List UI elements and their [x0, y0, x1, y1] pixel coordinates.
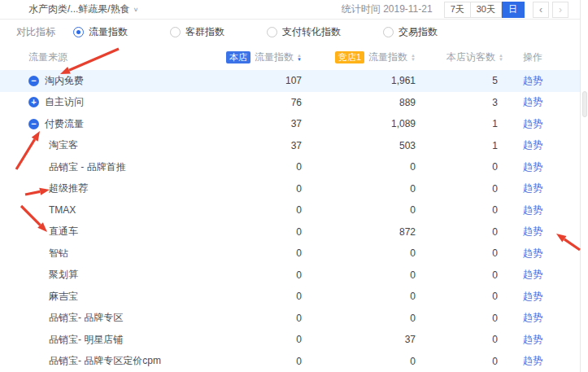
range-day-button[interactable]: 日	[502, 2, 525, 18]
traffic-source-cell: 淘宝客	[28, 138, 204, 152]
own-index-label: 流量指数	[255, 50, 294, 64]
trend-link[interactable]: 趋势	[523, 138, 542, 152]
traffic-source-name: TMAX	[49, 204, 76, 216]
competitor-index-value: 1,089	[391, 118, 416, 129]
traffic-source-name: 付费流量	[45, 117, 84, 131]
competitor-traffic-analysis-page: 水产肉类/...鲜蔬果/熟食 ∨ 统计时间 2019-11-21 7天 30天 …	[0, 0, 588, 372]
competitor-index-cell: 889	[302, 97, 416, 108]
metric-option-conversion-index[interactable]: 支付转化指数	[267, 25, 341, 39]
collapse-icon[interactable]: −	[28, 76, 39, 86]
trend-link[interactable]: 趋势	[523, 247, 542, 260]
action-cell: 趋势	[503, 311, 562, 325]
own-index-value: 0	[296, 183, 302, 195]
range-30d-button[interactable]: 30天	[471, 2, 502, 18]
range-7d-button[interactable]: 7天	[444, 2, 471, 18]
traffic-source-cell: 直通车	[28, 225, 204, 239]
compare-metric-label: 对比指标	[16, 25, 55, 39]
traffic-source-name: 淘内免费	[45, 74, 84, 88]
traffic-source-cell: TMAX	[28, 204, 204, 216]
competitor-index-cell: 872	[302, 226, 416, 238]
table-row: 品销宝- 品牌专区000趋势	[0, 308, 580, 330]
own-index-value: 37	[291, 140, 302, 151]
trend-link[interactable]: 趋势	[523, 268, 542, 282]
trend-link[interactable]: 趋势	[523, 95, 542, 109]
action-cell: 趋势	[503, 354, 562, 368]
table-row: 淘宝客375031趋势	[0, 135, 580, 157]
own-visitors-value: 0	[492, 313, 503, 324]
next-day-button[interactable]: ›	[552, 2, 568, 18]
own-visitors-value: 0	[492, 356, 503, 367]
action-cell: 趋势	[503, 138, 562, 152]
own-index-value: 76	[291, 97, 302, 108]
competitor-index-cell: 1,089	[302, 118, 416, 129]
table-row: +自主访问768893趋势	[0, 92, 580, 114]
competitor-index-value: 37	[405, 334, 416, 345]
metric-option-traffic-index[interactable]: 流量指数	[73, 25, 128, 39]
col-own-index: 本店 流量指数 ▲▼	[204, 50, 302, 64]
traffic-source-name: 品销宝- 品牌专区定价cpm	[49, 354, 161, 368]
traffic-source-name: 淘宝客	[49, 138, 78, 152]
metric-option-label: 客群指数	[185, 25, 224, 39]
own-visitors-value: 3	[492, 97, 503, 108]
own-index-cell: 0	[204, 291, 302, 302]
radio-icon	[73, 27, 84, 37]
own-visitors-cell: 0	[416, 356, 503, 367]
competitor-index-label: 流量指数	[368, 50, 407, 64]
competitor-index-cell: 0	[302, 291, 416, 302]
own-index-cell: 0	[204, 226, 302, 238]
traffic-source-cell: 品销宝- 品牌专区	[28, 311, 204, 325]
top-bar: 水产肉类/...鲜蔬果/熟食 ∨ 统计时间 2019-11-21 7天 30天 …	[0, 0, 580, 20]
col-action: 操作	[503, 50, 562, 64]
trend-link[interactable]: 趋势	[523, 225, 542, 239]
trend-link[interactable]: 趋势	[523, 160, 542, 174]
own-visitors-cell: 1	[416, 140, 503, 151]
stat-time-label: 统计时间 2019-11-21	[342, 2, 433, 16]
trend-link[interactable]: 趋势	[523, 333, 542, 347]
scrollbar-thumb[interactable]	[582, 91, 587, 117]
compare-metric-bar: 对比指标 流量指数 客群指数 支付转化指数 交易指数	[0, 20, 580, 45]
traffic-source-cell: 聚划算	[28, 268, 204, 282]
own-visitors-cell: 0	[416, 334, 503, 345]
own-index-cell: 0	[204, 183, 302, 195]
table-row: −淘内免费1071,9615趋势	[0, 70, 580, 92]
metric-option-label: 流量指数	[89, 25, 128, 39]
action-cell: 趋势	[503, 247, 562, 260]
own-index-cell: 0	[204, 204, 302, 216]
own-visitors-cell: 0	[416, 226, 503, 238]
metric-option-customer-index[interactable]: 客群指数	[170, 25, 224, 39]
content-card: 水产肉类/...鲜蔬果/熟食 ∨ 统计时间 2019-11-21 7天 30天 …	[0, 0, 581, 372]
trend-link[interactable]: 趋势	[523, 354, 542, 368]
radio-icon	[267, 27, 277, 37]
own-visitors-cell: 3	[416, 97, 503, 108]
own-visitors-value: 0	[492, 247, 503, 259]
action-cell: 趋势	[503, 182, 562, 195]
trend-link[interactable]: 趋势	[523, 204, 542, 217]
table-row: TMAX000趋势	[0, 199, 580, 221]
traffic-source-name: 品销宝- 明星店铺	[49, 333, 123, 347]
trend-link[interactable]: 趋势	[523, 117, 542, 131]
own-index-value: 0	[296, 269, 302, 281]
action-cell: 趋势	[503, 225, 562, 239]
own-visitors-value: 0	[492, 291, 503, 302]
own-visitors-cell: 0	[416, 247, 503, 259]
own-index-cell: 0	[204, 356, 302, 367]
traffic-source-cell: 品销宝 - 品牌首推	[28, 160, 204, 174]
own-visitors-value: 5	[492, 75, 503, 86]
own-visitors-cell: 5	[416, 75, 503, 86]
traffic-source-name: 自主访问	[45, 95, 84, 109]
competitor-index-value: 0	[410, 204, 416, 216]
collapse-icon[interactable]: −	[28, 119, 39, 129]
trend-link[interactable]: 趋势	[523, 290, 542, 304]
trend-link[interactable]: 趋势	[523, 311, 542, 325]
trend-link[interactable]: 趋势	[523, 182, 542, 195]
own-visitors-cell: 0	[416, 313, 503, 324]
traffic-source-name: 麻吉宝	[49, 290, 78, 304]
metric-option-transaction-index[interactable]: 交易指数	[383, 25, 438, 39]
date-pager: ‹ ›	[533, 2, 568, 18]
competitor-index-value: 872	[399, 226, 416, 238]
trend-link[interactable]: 趋势	[523, 74, 542, 88]
own-visitors-label: 本店访客数	[446, 50, 495, 64]
category-breadcrumb[interactable]: 水产肉类/...鲜蔬果/熟食 ∨	[28, 2, 138, 16]
expand-icon[interactable]: +	[28, 97, 39, 107]
prev-day-button[interactable]: ‹	[533, 2, 549, 18]
